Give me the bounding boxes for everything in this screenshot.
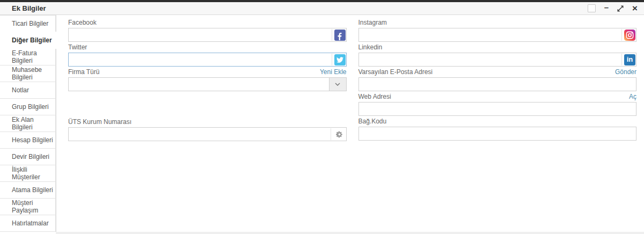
maximize-icon[interactable]: [617, 5, 624, 12]
sidebar-item-notlar[interactable]: Notlar: [0, 82, 56, 99]
form-column-right: Instagram: [358, 17, 637, 141]
restore-icon[interactable]: [588, 4, 596, 12]
sidebar-item-musteri-paylasim[interactable]: Müşteri Paylaşım: [0, 198, 56, 215]
instagram-label: Instagram: [358, 19, 387, 26]
close-icon[interactable]: ×: [632, 4, 638, 13]
field-facebook: Facebook: [68, 19, 347, 42]
sidebar-item-efatura-bilgileri[interactable]: E-Fatura Bilgileri: [0, 48, 56, 65]
instagram-icon: [624, 30, 635, 41]
firma-turu-select[interactable]: [68, 77, 347, 91]
sidebar-item-ticari-bilgiler[interactable]: Ticari Bilgiler: [0, 15, 56, 32]
form-column-left: Facebook Twitter: [68, 17, 347, 141]
linkedin-input[interactable]: [358, 53, 637, 67]
varsayilan-eposta-input[interactable]: [358, 77, 637, 91]
sidebar-item-devir-bilgileri[interactable]: Devir Bilgileri: [0, 148, 56, 165]
web-adresi-label: Web Adresi: [358, 93, 391, 100]
uts-addon: [331, 128, 346, 140]
field-instagram: Instagram: [358, 19, 637, 42]
field-web-adresi: Web Adresi Aç: [358, 93, 637, 116]
sidebar-item-grup-bilgileri[interactable]: Grup Bilgileri: [0, 98, 56, 115]
sidebar-item-diger-bilgiler[interactable]: Diğer Bilgiler: [0, 32, 56, 49]
field-linkedin: Linkedin in: [358, 43, 637, 67]
field-twitter: Twitter: [68, 43, 347, 67]
sidebar-item-hesap-bilgileri[interactable]: Hesap Bilgileri: [0, 131, 56, 149]
chevron-down-icon[interactable]: [329, 78, 346, 91]
tab-content-diger-bilgiler: Facebook Twitter: [56, 15, 644, 234]
minimize-icon[interactable]: –: [604, 3, 609, 11]
dialog-title: Ek Bilgiler: [12, 4, 46, 12]
field-uts-kurum-no: ÜTS Kurum Numarası: [68, 118, 347, 141]
bag-kodu-label: Bağ.Kodu: [358, 118, 387, 125]
sidebar-item-ek-alan-bilgileri[interactable]: Ek Alan Bilgileri: [0, 115, 56, 132]
facebook-addon: [332, 29, 346, 41]
facebook-label: Facebook: [68, 19, 97, 26]
field-varsayilan-eposta: Varsayılan E-Posta Adresi Gönder: [358, 68, 637, 91]
twitter-addon: [332, 54, 346, 65]
sidebar-tabs: Ticari Bilgiler Diğer Bilgiler E-Fatura …: [0, 15, 56, 234]
twitter-label: Twitter: [68, 43, 87, 51]
facebook-icon: [334, 30, 346, 41]
facebook-input[interactable]: [68, 28, 347, 42]
field-bag-kodu: Bağ.Kodu: [358, 118, 637, 141]
twitter-input[interactable]: [68, 53, 347, 67]
bottom-edge-strip: [56, 232, 644, 234]
sidebar-item-iliskili-musteriler[interactable]: İlişkili Müşteriler: [0, 165, 56, 182]
sidebar-item-hatirlatmalar[interactable]: Hatırlatmalar: [0, 215, 56, 232]
bag-kodu-input[interactable]: [358, 127, 637, 141]
sidebar-item-atama-bilgileri[interactable]: Atama Bilgileri: [0, 181, 56, 199]
instagram-input[interactable]: [358, 28, 637, 42]
varsayilan-eposta-label: Varsayılan E-Posta Adresi: [358, 68, 433, 76]
web-adresi-input[interactable]: [358, 102, 637, 116]
window-controls: – ×: [588, 4, 638, 13]
linkedin-addon: in: [621, 54, 635, 65]
linkedin-icon: in: [624, 54, 635, 65]
dialog-header: Ek Bilgiler – ×: [0, 2, 644, 15]
yeni-ekle-link[interactable]: Yeni Ekle: [320, 68, 347, 76]
instagram-addon: [621, 29, 635, 41]
left-column-spacer: [68, 91, 347, 116]
twitter-icon: [334, 54, 346, 65]
uts-kurum-no-input[interactable]: [68, 127, 347, 141]
ac-link[interactable]: Aç: [629, 93, 636, 100]
firma-turu-label: Firma Türü: [68, 68, 99, 76]
gear-icon[interactable]: [333, 131, 346, 138]
sidebar-item-muhasebe-bilgileri[interactable]: Muhasebe Bilgileri: [0, 65, 56, 82]
gonder-link[interactable]: Gönder: [615, 68, 636, 76]
field-firma-turu: Firma Türü Yeni Ekle: [68, 68, 347, 91]
uts-kurum-no-label: ÜTS Kurum Numarası: [68, 118, 131, 126]
linkedin-label: Linkedin: [358, 43, 383, 51]
firma-turu-selected-value: [69, 78, 329, 91]
